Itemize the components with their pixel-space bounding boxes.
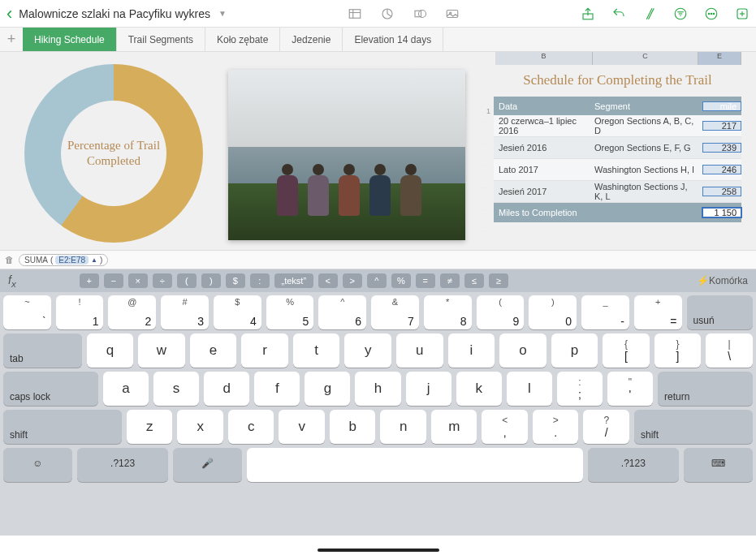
- key-w[interactable]: w: [138, 333, 185, 368]
- numswitch-key[interactable]: .?123: [588, 448, 679, 482]
- fx-icon[interactable]: fx: [8, 273, 16, 289]
- key-=[interactable]: +=: [634, 295, 682, 329]
- space-key[interactable]: [247, 448, 582, 482]
- key-4[interactable]: $4: [214, 295, 261, 329]
- key-q[interactable]: q: [87, 333, 134, 368]
- key-punct[interactable]: ?/: [583, 410, 629, 444]
- op-button[interactable]: :: [250, 273, 270, 288]
- clear-formula-icon[interactable]: 🗑: [5, 255, 14, 265]
- op-button[interactable]: %: [391, 273, 411, 288]
- key-`[interactable]: ~`: [3, 295, 51, 329]
- key-p[interactable]: p: [551, 333, 598, 368]
- key-h[interactable]: h: [355, 372, 400, 406]
- title-dropdown-icon[interactable]: ▼: [218, 9, 227, 18]
- media-icon[interactable]: [445, 6, 460, 21]
- op-button[interactable]: −: [104, 273, 123, 288]
- op-button[interactable]: ): [201, 273, 221, 288]
- sheet-tab[interactable]: Koło zębate: [205, 28, 280, 51]
- shift-key[interactable]: shift: [3, 410, 122, 444]
- sheet-tab[interactable]: Trail Segments: [117, 28, 205, 51]
- key-f[interactable]: f: [254, 372, 300, 406]
- filter-icon[interactable]: [673, 6, 688, 21]
- share-icon[interactable]: [581, 6, 595, 21]
- key-punct[interactable]: :;: [557, 372, 603, 406]
- document-title[interactable]: Malownicze szlaki na Pacyfiku wykres: [19, 7, 210, 20]
- key-punct[interactable]: <,: [482, 410, 528, 444]
- add-sheet-button[interactable]: +: [0, 28, 23, 51]
- key-punct[interactable]: "': [607, 372, 653, 406]
- key-o[interactable]: o: [499, 333, 546, 368]
- row-number-gutter[interactable]: 1 79: [477, 101, 490, 250]
- key-y[interactable]: y: [344, 333, 391, 368]
- key-1[interactable]: !1: [56, 295, 104, 329]
- op-button[interactable]: >: [343, 273, 362, 288]
- insert-icon[interactable]: [735, 6, 750, 21]
- shape-icon[interactable]: [413, 6, 427, 21]
- key-l[interactable]: l: [507, 372, 552, 406]
- key-b[interactable]: b: [330, 410, 376, 444]
- tab-key[interactable]: tab: [3, 333, 82, 368]
- key-u[interactable]: u: [396, 333, 443, 368]
- op-button[interactable]: ≥: [489, 273, 508, 288]
- key-z[interactable]: z: [127, 410, 173, 444]
- table-row[interactable]: 20 czerwca–1 lipiec 2016Oregon Sections …: [494, 115, 741, 137]
- op-button[interactable]: <: [318, 273, 338, 288]
- key-g[interactable]: g: [305, 372, 350, 406]
- op-button[interactable]: $: [226, 273, 245, 288]
- key-n[interactable]: n: [380, 410, 426, 444]
- key-v[interactable]: v: [279, 410, 325, 444]
- dismiss-keyboard-key[interactable]: ⌨: [684, 448, 753, 482]
- key-bracket[interactable]: }]: [654, 333, 702, 368]
- key-r[interactable]: r: [241, 333, 288, 368]
- op-button[interactable]: „tekst”: [274, 273, 313, 288]
- op-button[interactable]: ≠: [440, 273, 460, 288]
- key--[interactable]: _-: [581, 295, 629, 329]
- shift-key[interactable]: shift: [634, 410, 753, 444]
- key-a[interactable]: a: [103, 372, 149, 406]
- key-x[interactable]: x: [177, 410, 223, 444]
- table-icon[interactable]: [348, 6, 362, 21]
- key-d[interactable]: d: [204, 372, 249, 406]
- key-8[interactable]: *8: [424, 295, 472, 329]
- sheet-tab[interactable]: Hiking Schedule: [23, 28, 117, 51]
- key-i[interactable]: i: [448, 333, 495, 368]
- column-header-row[interactable]: B C E: [495, 52, 741, 65]
- formula-bar[interactable]: 🗑 SUMA (E2:E78▲): [0, 250, 756, 269]
- emoji-key[interactable]: ☺: [3, 448, 72, 482]
- chart-icon[interactable]: [380, 6, 395, 21]
- key-k[interactable]: k: [456, 372, 502, 406]
- table-row[interactable]: Jesień 2016Oregon Sections E, F, G239: [494, 137, 741, 159]
- back-button[interactable]: ‹: [6, 3, 12, 24]
- key-9[interactable]: (9: [477, 295, 525, 329]
- op-button[interactable]: +: [80, 273, 99, 288]
- op-button[interactable]: ≤: [464, 273, 484, 288]
- sheet-tab[interactable]: Jedzenie: [280, 28, 343, 51]
- table-row[interactable]: Jesień 2017Washington Sections J, K, L25…: [494, 181, 741, 203]
- key-t[interactable]: t: [293, 333, 340, 368]
- home-indicator[interactable]: [318, 549, 439, 552]
- key-6[interactable]: ^6: [318, 295, 366, 329]
- key-c[interactable]: c: [228, 410, 274, 444]
- key-2[interactable]: @2: [108, 295, 156, 329]
- table-footer-row[interactable]: Miles to Completion1 150: [494, 203, 741, 222]
- op-button[interactable]: ÷: [153, 273, 172, 288]
- key-7[interactable]: &7: [371, 295, 419, 329]
- key-bracket[interactable]: |\: [706, 333, 753, 368]
- op-button[interactable]: ×: [128, 273, 148, 288]
- capslock-key[interactable]: caps lock: [3, 372, 98, 406]
- format-icon[interactable]: [642, 6, 657, 21]
- sheet-tab[interactable]: Elevation 14 days: [343, 28, 443, 51]
- formula-token[interactable]: SUMA (E2:E78▲): [19, 254, 108, 266]
- op-button[interactable]: (: [177, 273, 197, 288]
- key-m[interactable]: m: [431, 410, 477, 444]
- return-key[interactable]: return: [658, 372, 753, 406]
- sheet-canvas[interactable]: Percentage of Trail Completed 1 79 B C E…: [0, 52, 756, 250]
- numswitch-key[interactable]: .?123: [77, 448, 168, 482]
- key-s[interactable]: s: [153, 372, 199, 406]
- key-0[interactable]: )0: [529, 295, 577, 329]
- key-5[interactable]: %5: [266, 295, 314, 329]
- schedule-table[interactable]: Schedule for Completing the Trail Data S…: [494, 65, 741, 222]
- key-e[interactable]: e: [190, 333, 237, 368]
- key-j[interactable]: j: [406, 372, 451, 406]
- key-bracket[interactable]: {[: [603, 333, 650, 368]
